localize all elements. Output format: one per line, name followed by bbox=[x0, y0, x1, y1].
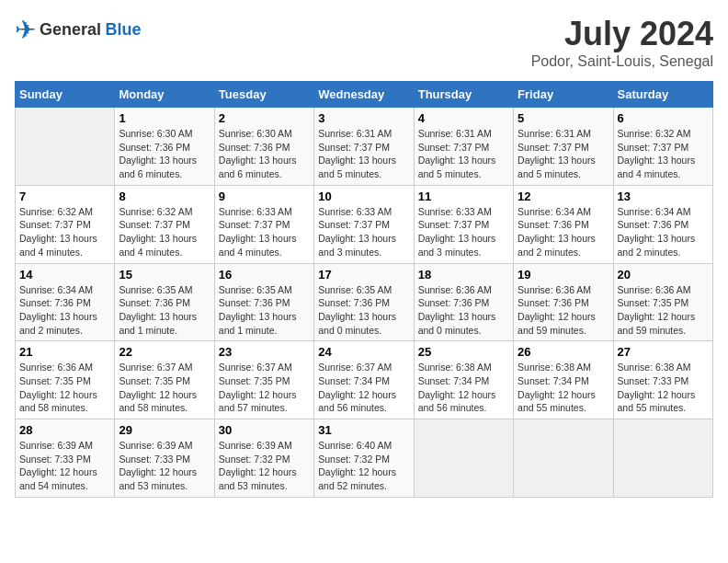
weekday-header: Monday bbox=[115, 82, 214, 108]
day-number: 24 bbox=[318, 345, 409, 359]
day-number: 3 bbox=[318, 111, 409, 125]
calendar-cell: 10Sunrise: 6:33 AMSunset: 7:37 PMDayligh… bbox=[314, 185, 414, 263]
weekday-header: Tuesday bbox=[214, 82, 313, 108]
calendar-week-row: 1Sunrise: 6:30 AMSunset: 7:36 PMDaylight… bbox=[16, 108, 713, 186]
calendar-cell: 12Sunrise: 6:34 AMSunset: 7:36 PMDayligh… bbox=[514, 185, 613, 263]
calendar-table: SundayMondayTuesdayWednesdayThursdayFrid… bbox=[15, 81, 713, 498]
day-info: Sunrise: 6:36 AMSunset: 7:36 PMDaylight:… bbox=[418, 283, 509, 338]
page-header: ✈ General Blue July 2024 Podor, Saint-Lo… bbox=[15, 15, 713, 70]
subtitle: Podor, Saint-Louis, Senegal bbox=[531, 53, 713, 70]
day-info: Sunrise: 6:36 AMSunset: 7:35 PMDaylight:… bbox=[19, 361, 110, 415]
day-number: 14 bbox=[19, 268, 110, 282]
day-number: 18 bbox=[418, 268, 509, 282]
weekday-header: Saturday bbox=[613, 82, 712, 108]
calendar-cell: 9Sunrise: 6:33 AMSunset: 7:37 PMDaylight… bbox=[214, 185, 313, 263]
calendar-cell: 3Sunrise: 6:31 AMSunset: 7:37 PMDaylight… bbox=[314, 108, 414, 186]
day-info: Sunrise: 6:37 AMSunset: 7:34 PMDaylight:… bbox=[318, 361, 409, 415]
day-number: 22 bbox=[119, 345, 210, 359]
calendar-cell: 19Sunrise: 6:36 AMSunset: 7:36 PMDayligh… bbox=[514, 263, 613, 341]
day-info: Sunrise: 6:39 AMSunset: 7:32 PMDaylight:… bbox=[219, 439, 310, 493]
day-info: Sunrise: 6:34 AMSunset: 7:36 PMDaylight:… bbox=[618, 205, 709, 259]
day-number: 6 bbox=[618, 111, 709, 125]
calendar-week-row: 28Sunrise: 6:39 AMSunset: 7:33 PMDayligh… bbox=[16, 419, 713, 498]
day-number: 17 bbox=[318, 268, 409, 282]
weekday-header: Thursday bbox=[414, 82, 513, 108]
day-info: Sunrise: 6:38 AMSunset: 7:34 PMDaylight:… bbox=[518, 361, 609, 415]
day-info: Sunrise: 6:36 AMSunset: 7:36 PMDaylight:… bbox=[518, 283, 609, 338]
title-area: July 2024 Podor, Saint-Louis, Senegal bbox=[531, 15, 713, 70]
calendar-cell: 17Sunrise: 6:35 AMSunset: 7:36 PMDayligh… bbox=[314, 263, 414, 341]
day-info: Sunrise: 6:30 AMSunset: 7:36 PMDaylight:… bbox=[119, 127, 210, 181]
day-number: 29 bbox=[119, 423, 210, 437]
day-info: Sunrise: 6:30 AMSunset: 7:36 PMDaylight:… bbox=[219, 127, 310, 181]
day-number: 20 bbox=[618, 268, 709, 282]
day-info: Sunrise: 6:33 AMSunset: 7:37 PMDaylight:… bbox=[318, 205, 409, 259]
logo-general: General bbox=[40, 20, 101, 39]
calendar-cell bbox=[16, 108, 115, 186]
calendar-cell: 31Sunrise: 6:40 AMSunset: 7:32 PMDayligh… bbox=[314, 419, 414, 498]
calendar-cell: 30Sunrise: 6:39 AMSunset: 7:32 PMDayligh… bbox=[214, 419, 313, 498]
day-info: Sunrise: 6:35 AMSunset: 7:36 PMDaylight:… bbox=[219, 283, 310, 338]
calendar-week-row: 7Sunrise: 6:32 AMSunset: 7:37 PMDaylight… bbox=[16, 185, 713, 263]
calendar-cell bbox=[414, 419, 513, 498]
day-number: 19 bbox=[518, 268, 609, 282]
day-number: 30 bbox=[219, 423, 310, 437]
calendar-cell: 16Sunrise: 6:35 AMSunset: 7:36 PMDayligh… bbox=[214, 263, 313, 341]
logo-icon: ✈ bbox=[15, 15, 36, 45]
day-info: Sunrise: 6:36 AMSunset: 7:35 PMDaylight:… bbox=[618, 283, 709, 338]
calendar-cell: 26Sunrise: 6:38 AMSunset: 7:34 PMDayligh… bbox=[514, 341, 613, 419]
day-info: Sunrise: 6:39 AMSunset: 7:33 PMDaylight:… bbox=[19, 439, 110, 493]
day-info: Sunrise: 6:32 AMSunset: 7:37 PMDaylight:… bbox=[119, 205, 210, 259]
day-number: 15 bbox=[119, 268, 210, 282]
calendar-cell: 13Sunrise: 6:34 AMSunset: 7:36 PMDayligh… bbox=[613, 185, 712, 263]
day-number: 31 bbox=[318, 423, 409, 437]
calendar-cell: 6Sunrise: 6:32 AMSunset: 7:37 PMDaylight… bbox=[613, 108, 712, 186]
weekday-header-row: SundayMondayTuesdayWednesdayThursdayFrid… bbox=[16, 82, 713, 108]
weekday-header: Wednesday bbox=[314, 82, 414, 108]
day-info: Sunrise: 6:38 AMSunset: 7:34 PMDaylight:… bbox=[418, 361, 509, 415]
day-info: Sunrise: 6:39 AMSunset: 7:33 PMDaylight:… bbox=[119, 439, 210, 493]
calendar-cell: 14Sunrise: 6:34 AMSunset: 7:36 PMDayligh… bbox=[16, 263, 115, 341]
day-number: 28 bbox=[19, 423, 110, 437]
day-info: Sunrise: 6:35 AMSunset: 7:36 PMDaylight:… bbox=[119, 283, 210, 338]
day-number: 11 bbox=[418, 190, 509, 203]
calendar-cell: 21Sunrise: 6:36 AMSunset: 7:35 PMDayligh… bbox=[16, 341, 115, 419]
calendar-cell: 28Sunrise: 6:39 AMSunset: 7:33 PMDayligh… bbox=[16, 419, 115, 498]
day-info: Sunrise: 6:32 AMSunset: 7:37 PMDaylight:… bbox=[618, 127, 709, 181]
day-number: 4 bbox=[418, 111, 509, 125]
day-info: Sunrise: 6:34 AMSunset: 7:36 PMDaylight:… bbox=[19, 283, 110, 338]
day-number: 27 bbox=[618, 345, 709, 359]
day-info: Sunrise: 6:33 AMSunset: 7:37 PMDaylight:… bbox=[418, 205, 509, 259]
calendar-cell bbox=[514, 419, 613, 498]
day-info: Sunrise: 6:33 AMSunset: 7:37 PMDaylight:… bbox=[219, 205, 310, 259]
day-number: 10 bbox=[318, 190, 409, 203]
calendar-week-row: 21Sunrise: 6:36 AMSunset: 7:35 PMDayligh… bbox=[16, 341, 713, 419]
calendar-cell: 15Sunrise: 6:35 AMSunset: 7:36 PMDayligh… bbox=[115, 263, 214, 341]
day-number: 25 bbox=[418, 345, 509, 359]
calendar-cell: 5Sunrise: 6:31 AMSunset: 7:37 PMDaylight… bbox=[514, 108, 613, 186]
calendar-cell: 1Sunrise: 6:30 AMSunset: 7:36 PMDaylight… bbox=[115, 108, 214, 186]
calendar-week-row: 14Sunrise: 6:34 AMSunset: 7:36 PMDayligh… bbox=[16, 263, 713, 341]
day-number: 9 bbox=[219, 190, 310, 203]
weekday-header: Friday bbox=[514, 82, 613, 108]
day-number: 23 bbox=[219, 345, 310, 359]
day-info: Sunrise: 6:31 AMSunset: 7:37 PMDaylight:… bbox=[518, 127, 609, 181]
day-number: 5 bbox=[518, 111, 609, 125]
calendar-cell: 24Sunrise: 6:37 AMSunset: 7:34 PMDayligh… bbox=[314, 341, 414, 419]
calendar-cell: 25Sunrise: 6:38 AMSunset: 7:34 PMDayligh… bbox=[414, 341, 513, 419]
day-info: Sunrise: 6:31 AMSunset: 7:37 PMDaylight:… bbox=[318, 127, 409, 181]
calendar-cell: 20Sunrise: 6:36 AMSunset: 7:35 PMDayligh… bbox=[613, 263, 712, 341]
calendar-cell: 22Sunrise: 6:37 AMSunset: 7:35 PMDayligh… bbox=[115, 341, 214, 419]
day-number: 7 bbox=[19, 190, 110, 203]
logo-blue: Blue bbox=[106, 20, 142, 39]
day-info: Sunrise: 6:31 AMSunset: 7:37 PMDaylight:… bbox=[418, 127, 509, 181]
calendar-cell: 29Sunrise: 6:39 AMSunset: 7:33 PMDayligh… bbox=[115, 419, 214, 498]
day-info: Sunrise: 6:37 AMSunset: 7:35 PMDaylight:… bbox=[119, 361, 210, 415]
day-info: Sunrise: 6:34 AMSunset: 7:36 PMDaylight:… bbox=[518, 205, 609, 259]
calendar-cell: 8Sunrise: 6:32 AMSunset: 7:37 PMDaylight… bbox=[115, 185, 214, 263]
calendar-cell: 4Sunrise: 6:31 AMSunset: 7:37 PMDaylight… bbox=[414, 108, 513, 186]
day-number: 13 bbox=[618, 190, 709, 203]
logo: ✈ General Blue bbox=[15, 15, 142, 45]
calendar-cell: 27Sunrise: 6:38 AMSunset: 7:33 PMDayligh… bbox=[613, 341, 712, 419]
main-title: July 2024 bbox=[531, 15, 713, 53]
